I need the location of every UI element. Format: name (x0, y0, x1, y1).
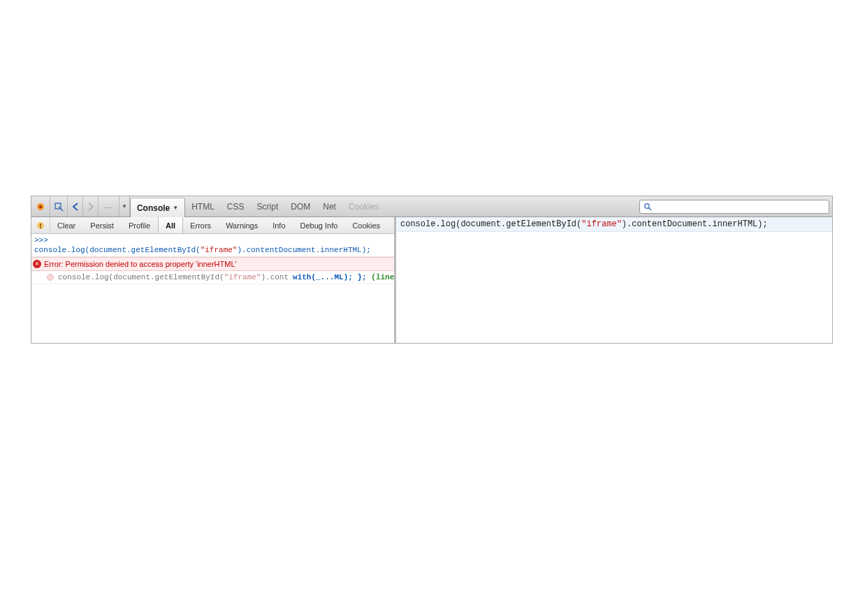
nav-forward-button[interactable] (83, 196, 99, 217)
trace-code: console.log(document.getElementById("ifr… (58, 272, 289, 282)
console-pane: Clear Persist Profile All Errors Warning… (31, 217, 396, 343)
console-filter-warnings[interactable]: Warnings (219, 217, 266, 233)
console-filter-debug[interactable]: Debug Info (293, 217, 346, 233)
console-filter-errors[interactable]: Errors (183, 217, 219, 233)
tab-label: Cookies (349, 202, 379, 212)
code-fragment: console.log(document.getElementById( (400, 219, 581, 229)
main-toolbar: — ▼ Console ▼ HTML CSS Script DOM Net Co… (31, 196, 832, 217)
tab-label: DOM (291, 202, 310, 212)
svg-rect-5 (40, 223, 41, 226)
code-string: "iframe" (581, 219, 622, 229)
command-editor-pane: console.log(document.getElementById("ifr… (396, 217, 832, 343)
svg-point-3 (645, 203, 649, 207)
svg-point-1 (39, 205, 42, 207)
code-fragment: ).contentDocument.innerHTML); (237, 246, 370, 254)
command-editor[interactable]: console.log(document.getElementById("ifr… (396, 217, 832, 232)
console-output[interactable]: >>> console.log(document.getElementById(… (31, 234, 394, 343)
console-filter-all[interactable]: All (158, 217, 183, 233)
nav-back-button[interactable] (68, 196, 83, 217)
console-command-entry: >>> console.log(document.getElementById(… (31, 234, 394, 257)
console-persist-button[interactable]: Persist (83, 217, 122, 233)
console-filter-cookies[interactable]: Cookies (345, 217, 388, 233)
tab-dom[interactable]: DOM (284, 196, 317, 217)
trace-marker-icon (47, 274, 54, 281)
tab-label: Script (257, 202, 279, 212)
toolbar-spacer (385, 196, 639, 217)
toolbar-extra-button[interactable]: — (99, 196, 119, 217)
error-icon: ✕ (33, 260, 41, 268)
panel-menu-dropdown[interactable]: ▼ (119, 196, 130, 217)
break-on-error-button[interactable] (31, 217, 50, 233)
trace-location[interactable]: with(_...ML); }; (line 2) (293, 272, 394, 282)
console-filter-info[interactable]: Info (266, 217, 293, 233)
console-clear-button[interactable]: Clear (50, 217, 83, 233)
tab-html[interactable]: HTML (185, 196, 221, 217)
tab-script[interactable]: Script (251, 196, 285, 217)
firebug-panel: — ▼ Console ▼ HTML CSS Script DOM Net Co… (31, 196, 833, 344)
console-prompt: >>> (34, 236, 48, 244)
search-icon (643, 203, 652, 211)
error-message: Error: Permission denied to access prope… (44, 259, 237, 269)
console-profile-button[interactable]: Profile (122, 217, 158, 233)
tab-console[interactable]: Console ▼ (130, 198, 185, 217)
tab-net[interactable]: Net (317, 196, 342, 217)
console-stack-trace-row[interactable]: console.log(document.getElementById("ifr… (31, 271, 394, 284)
code-fragment: console.log(document.getElementById( (34, 246, 201, 254)
code-fragment: ).contentDocument.innerHTML); (622, 219, 768, 229)
console-error-row[interactable]: ✕ Error: Permission denied to access pro… (31, 257, 394, 271)
svg-rect-6 (40, 227, 41, 228)
split-container: Clear Persist Profile All Errors Warning… (31, 217, 832, 343)
search-box[interactable] (639, 200, 829, 214)
firebug-icon[interactable] (31, 196, 50, 217)
console-sub-toolbar: Clear Persist Profile All Errors Warning… (31, 217, 394, 234)
tab-cookies[interactable]: Cookies (342, 196, 385, 217)
inspect-icon[interactable] (50, 196, 68, 217)
tab-label: Net (323, 202, 336, 212)
tab-css[interactable]: CSS (221, 196, 251, 217)
tab-label: CSS (227, 202, 245, 212)
tab-label: HTML (191, 202, 214, 212)
dropdown-arrow-icon: ▼ (173, 205, 178, 211)
tab-label: Console (137, 203, 170, 213)
search-input[interactable] (655, 203, 825, 211)
code-string: "iframe" (201, 246, 238, 254)
